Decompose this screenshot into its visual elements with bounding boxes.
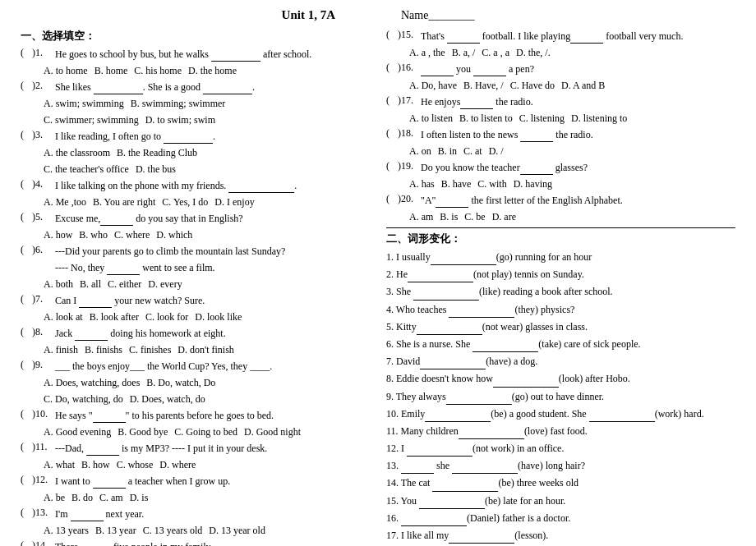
q6-options: A. both B. all C. either D. every [44,277,370,291]
q9-options: A. Does, watching, does B. Do, watch, Do [44,375,370,390]
q4-options: A. Me ,too B. You are right C. Yes, I do… [44,195,370,209]
q12-options: A. be B. do C. am D. is [44,490,370,505]
question-6: ( )6. ---Did your parents go to climb th… [21,244,370,259]
q1-options: A. to home B. home C. his home D. the ho… [44,63,370,78]
name-label: Name________ [401,9,474,22]
question-16: ( )16. you a pen? [386,62,735,76]
question-9: ( )9. ___ the boys enjoy___ the World Cu… [21,359,370,374]
fill-q4: 4. Who teaches (they) physics? [386,302,735,318]
question-18: ( )18. I often listen to the news the ra… [386,127,735,142]
fill-section: 1. I usually(go) running for an hour 2. … [386,250,735,546]
q3-options2: C. the teacher's office D. the bus [44,162,370,177]
q6-text2: ---- No, they went to see a film. [55,260,370,275]
q13-options: A. 13 years B. 13 year C. 13 years old D… [44,523,370,538]
section1-title: 一、选择填空： [21,29,370,44]
right-column: ( )15. That's football. I like playing f… [382,29,740,546]
question-2: ( )2. She likes . She is a good . [21,80,370,94]
q11-options: A. what B. how C. whose D. where [44,457,370,472]
fill-q11: 11. Many children(love) fast food. [386,424,735,439]
question-8: ( )8. Jack doing his homework at eight. [21,326,370,341]
fill-q14: 14. The cat (be) three weeks old [386,475,735,491]
left-column: 一、选择填空： ( )1. He goes to school by bus, … [16,29,374,546]
q15-options: A. a , the B. a, / C. a , a D. the, /. [409,45,735,60]
page-header: Unit 1, 7A Name________ [16,8,740,22]
question-7: ( )7. Can I your new watch? Sure. [21,293,370,308]
q18-options: A. on B. in C. at D. / [409,144,735,158]
fill-q12: 12. I (not work) in an office. [386,441,735,457]
question-10: ( )10. He says "" to his parents before … [21,408,370,423]
question-19: ( )19. Do you know the teacher glasses? [386,160,735,175]
unit-title: Unit 1, 7A [282,8,335,22]
question-5: ( )5. Excuse me, do you say that in Engl… [21,211,370,226]
q20-options: A. am B. is C. be D. are [409,209,735,224]
question-3: ( )3. I like reading, I often go to . [21,129,370,144]
section2-title: 二、词形变化： [386,232,735,246]
fill-q5: 5. Kitty(not wear) glasses in class. [386,319,735,335]
q9-options2: C. Do, watching, do D. Does, watch, do [44,392,370,406]
q7-options: A. look at B. look after C. look for D. … [44,310,370,324]
question-4: ( )4. I like talking on the phone with m… [21,178,370,193]
fill-q15: 15. You (be) late for an hour. [386,493,735,509]
question-17: ( )17. He enjoys the radio. [386,94,735,109]
q19-options: A. has B. have C. with D. having [409,177,735,191]
question-20: ( )20. "A" the first letter of the Engli… [386,193,735,208]
question-13: ( )13. I'm next year. [21,507,370,521]
fill-q6: 6. She is a nurse. She (take) care of si… [386,337,735,352]
fill-q8: 8. Eddie doesn't know how(look) after Ho… [386,371,735,387]
fill-q3: 3. She (like) reading a book after schoo… [386,284,735,300]
fill-q17: 17. I like all my(lesson). [386,528,735,544]
fill-q7: 7. David(have) a dog. [386,354,735,369]
question-12: ( )12. I want to a teacher when I grow u… [21,474,370,489]
q16-options: A. Do, have B. Have, / C. Have do D. A a… [409,78,735,93]
q10-options: A. Good evening B. Good bye C. Going to … [44,424,370,439]
question-15: ( )15. That's football. I like playing f… [386,29,735,44]
q5-options: A. how B. who C. where D. which [44,227,370,242]
q17-options: A. to listen B. to listen to C. listenin… [409,111,735,126]
question-11: ( )11. ---Dad, is my MP3? ---- I put it … [21,441,370,456]
fill-q9: 9. They always(go) out to have dinner. [386,389,735,405]
section-divider [386,227,735,228]
fill-q1: 1. I usually(go) running for an hour [386,250,735,265]
fill-q2: 2. He(not play) tennis on Sunday. [386,267,735,282]
q2-options2: C. swimmer; swimming D. to swim; swim [44,112,370,127]
fill-q16: 16. (Daniel) father is a doctor. [386,511,735,526]
question-1: ( )1. He goes to school by bus, but he w… [21,47,370,62]
q3-options: A. the classroom B. the Reading Club [44,145,370,160]
q2-options: A. swim; swimming B. swimming; swimmer [44,96,370,111]
page-container: Unit 1, 7A Name________ 一、选择填空： ( )1. He… [16,8,740,546]
q8-options: A. finish B. finishs C. finishes D. don'… [44,342,370,357]
fill-q13: 13. she (have) long hair? [386,458,735,474]
main-content: 一、选择填空： ( )1. He goes to school by bus, … [16,29,740,546]
question-14: ( )14. There five people in my family. [21,539,370,546]
fill-q10: 10. Emily(be) a good student. She (work)… [386,406,735,422]
